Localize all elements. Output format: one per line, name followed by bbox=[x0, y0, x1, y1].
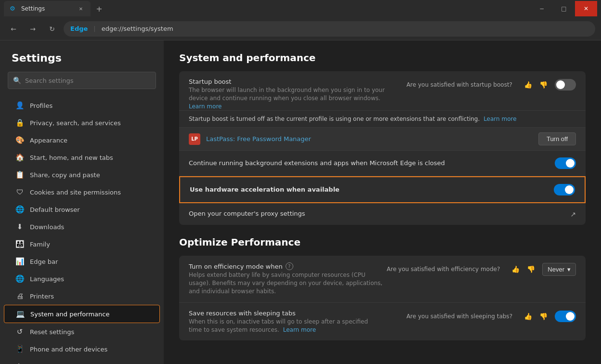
sidebar-item-profiles[interactable]: 👤 Profiles bbox=[4, 97, 160, 114]
efficiency-mode-title: Turn on efficiency mode when ? bbox=[189, 262, 387, 270]
hardware-acceleration-row: Use hardware acceleration when available bbox=[179, 176, 586, 203]
background-apps-row: Continue running background extensions a… bbox=[179, 151, 586, 176]
minimize-button[interactable]: − bbox=[531, 1, 553, 16]
languages-icon: 🌐 bbox=[15, 274, 24, 283]
window-controls: − □ ✕ bbox=[531, 1, 597, 16]
efficiency-help-icon[interactable]: ? bbox=[286, 262, 293, 270]
hardware-acceleration-toggle-thumb bbox=[565, 185, 574, 194]
sleeping-tabs-question: Are you satisfied with sleeping tabs? bbox=[406, 313, 512, 320]
accessibility-icon: ♿ bbox=[15, 362, 24, 364]
system-section-title: System and performance bbox=[179, 52, 586, 64]
efficiency-mode-right: Are you satisfied with efficiency mode? … bbox=[387, 262, 576, 276]
downloads-icon: ⬇ bbox=[15, 222, 24, 231]
efficiency-thumbs-down-icon[interactable]: 👎 bbox=[524, 262, 537, 276]
sidebar-item-accessibility[interactable]: ♿ Accessibility bbox=[4, 358, 160, 364]
thumbs-down-icon[interactable]: 👎 bbox=[536, 78, 550, 91]
search-box[interactable]: 🔍 Search settings bbox=[8, 72, 156, 89]
sleeping-tabs-right: Are you satisfied with sleeping tabs? 👍 … bbox=[406, 310, 576, 323]
hardware-acceleration-right bbox=[554, 184, 575, 195]
sidebar-item-share[interactable]: 📋 Share, copy and paste bbox=[4, 166, 160, 183]
new-tab-button[interactable]: + bbox=[92, 2, 106, 15]
sleeping-tabs-feedback: 👍 👎 bbox=[521, 310, 550, 323]
startup-boost-toggle-thumb bbox=[556, 80, 565, 89]
sidebar-title: Settings bbox=[0, 52, 164, 72]
extension-name[interactable]: LastPass: Free Password Manager bbox=[206, 135, 533, 143]
close-button[interactable]: ✕ bbox=[575, 1, 597, 16]
startup-boost-desc: The browser will launch in the backgroun… bbox=[189, 86, 391, 110]
search-placeholder: Search settings bbox=[25, 77, 74, 84]
startup-boost-question: Are you satisfied with startup boost? bbox=[406, 81, 512, 88]
efficiency-mode-dropdown[interactable]: Never ▾ bbox=[542, 263, 576, 276]
turn-off-button[interactable]: Turn off bbox=[538, 132, 576, 145]
content-area: Settings 🔍 Search settings 👤 Profiles 🔒 … bbox=[0, 40, 601, 364]
startup-boost-learn-more[interactable]: Learn more bbox=[189, 103, 222, 110]
background-apps-left: Continue running background extensions a… bbox=[189, 159, 555, 168]
hardware-acceleration-title: Use hardware acceleration when available bbox=[190, 186, 554, 193]
main-content: System and performance Startup boost The… bbox=[164, 40, 601, 364]
sleeping-tabs-learn-more[interactable]: Learn more bbox=[283, 326, 316, 333]
sidebar-item-system[interactable]: 💻 System and performance bbox=[4, 305, 160, 323]
background-apps-toggle-thumb bbox=[566, 159, 575, 168]
sidebar-item-privacy[interactable]: 🔒 Privacy, search, and services bbox=[4, 114, 160, 131]
thumbs-up-icon[interactable]: 👍 bbox=[521, 78, 535, 91]
sidebar-item-start-home[interactable]: 🏠 Start, home, and new tabs bbox=[4, 149, 160, 166]
sidebar-item-cookies[interactable]: 🛡 Cookies and site permissions bbox=[4, 183, 160, 201]
background-apps-toggle[interactable] bbox=[555, 157, 576, 169]
proxy-settings-row[interactable]: Open your computer's proxy settings ↗ bbox=[179, 203, 586, 225]
maximize-button[interactable]: □ bbox=[553, 1, 575, 16]
sidebar-item-languages[interactable]: 🌐 Languages bbox=[4, 270, 160, 287]
efficiency-feedback: 👍 👎 bbox=[509, 262, 537, 276]
optimize-card: Turn on efficiency mode when ? Helps ext… bbox=[179, 256, 586, 340]
sleeping-tabs-toggle[interactable] bbox=[555, 311, 576, 322]
address-bar[interactable]: Edge | edge://settings/system bbox=[64, 21, 595, 37]
address-separator: | bbox=[93, 25, 95, 32]
tab-area: ⚙ Settings ✕ + bbox=[4, 1, 527, 16]
cookies-icon: 🛡 bbox=[15, 188, 24, 196]
privacy-icon: 🔒 bbox=[15, 118, 24, 127]
proxy-settings-right: ↗ bbox=[570, 210, 576, 218]
nav-bar: ← → ↻ Edge | edge://settings/system bbox=[0, 17, 601, 40]
sidebar-item-downloads[interactable]: ⬇ Downloads bbox=[4, 218, 160, 235]
search-icon: 🔍 bbox=[13, 77, 21, 84]
sidebar-item-printers[interactable]: 🖨 Printers bbox=[4, 287, 160, 305]
sleeping-thumbs-up-icon[interactable]: 👍 bbox=[521, 310, 535, 323]
reset-icon: ↺ bbox=[15, 327, 24, 336]
appearance-icon: 🎨 bbox=[15, 136, 24, 144]
sidebar-item-edge-bar[interactable]: 📊 Edge bar bbox=[4, 253, 160, 270]
sidebar-item-reset[interactable]: ↺ Reset settings bbox=[4, 323, 160, 340]
start-home-icon: 🏠 bbox=[15, 153, 24, 162]
system-icon: 💻 bbox=[16, 310, 25, 318]
sidebar-item-phone[interactable]: 📱 Phone and other devices bbox=[4, 340, 160, 358]
tab-close-button[interactable]: ✕ bbox=[77, 5, 85, 13]
warning-learn-more[interactable]: Learn more bbox=[483, 116, 516, 122]
settings-tab[interactable]: ⚙ Settings ✕ bbox=[4, 1, 91, 16]
hardware-acceleration-toggle[interactable] bbox=[554, 184, 575, 195]
efficiency-thumbs-up-icon[interactable]: 👍 bbox=[509, 262, 522, 276]
title-bar: ⚙ Settings ✕ + − □ ✕ bbox=[0, 0, 601, 17]
hardware-acceleration-left: Use hardware acceleration when available bbox=[190, 186, 554, 194]
efficiency-question: Are you satisfied with efficiency mode? bbox=[387, 266, 500, 273]
refresh-button[interactable]: ↻ bbox=[44, 21, 60, 37]
startup-boost-feedback: 👍 👎 bbox=[521, 78, 550, 91]
efficiency-mode-desc: Helps extend battery life by saving comp… bbox=[189, 271, 387, 295]
edge-logo: Edge bbox=[70, 25, 88, 32]
startup-boost-left: Startup boost The browser will launch in… bbox=[189, 78, 406, 110]
settings-tab-icon: ⚙ bbox=[10, 5, 17, 13]
sidebar-item-default-browser[interactable]: 🌐 Default browser bbox=[4, 201, 160, 218]
efficiency-mode-row: Turn on efficiency mode when ? Helps ext… bbox=[179, 256, 586, 302]
startup-boost-warning: Startup boost is turned off as the curre… bbox=[179, 110, 586, 127]
back-button[interactable]: ← bbox=[6, 21, 21, 37]
extension-icon: LP bbox=[189, 133, 200, 145]
profiles-icon: 👤 bbox=[15, 101, 24, 110]
proxy-settings-left: Open your computer's proxy settings bbox=[189, 210, 570, 218]
startup-boost-toggle[interactable] bbox=[555, 79, 576, 91]
sleeping-thumbs-down-icon[interactable]: 👎 bbox=[536, 310, 550, 323]
url-text: edge://settings/system bbox=[102, 25, 173, 32]
sleeping-tabs-title: Save resources with sleeping tabs bbox=[189, 310, 406, 317]
forward-button[interactable]: → bbox=[25, 21, 40, 37]
share-icon: 📋 bbox=[15, 170, 24, 179]
sidebar-item-family[interactable]: 👨‍👩‍👧 Family bbox=[4, 235, 160, 253]
sidebar: Settings 🔍 Search settings 👤 Profiles 🔒 … bbox=[0, 40, 164, 364]
system-card: Startup boost The browser will launch in… bbox=[179, 71, 586, 225]
sidebar-item-appearance[interactable]: 🎨 Appearance bbox=[4, 131, 160, 149]
